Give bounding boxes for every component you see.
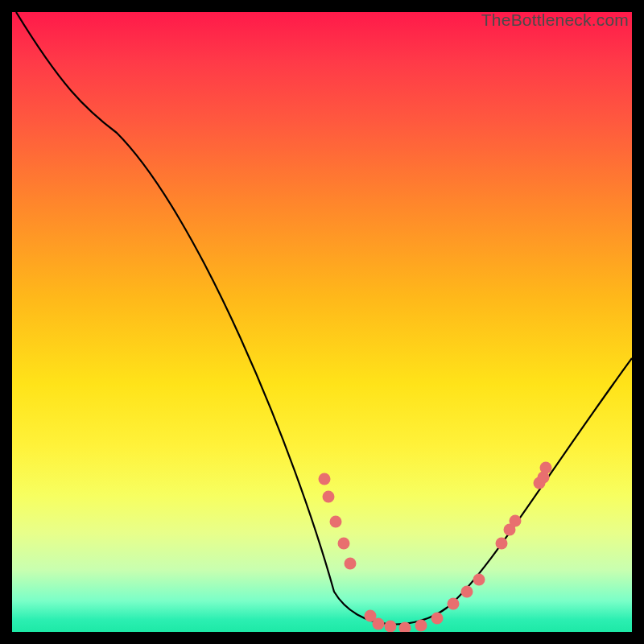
scatter-dot [338, 538, 350, 550]
scatter-points [319, 462, 552, 633]
chart-svg [12, 12, 632, 632]
scatter-dot [496, 538, 508, 550]
scatter-dot [385, 621, 397, 633]
scatter-dot [461, 586, 473, 598]
scatter-dot [473, 574, 485, 586]
scatter-dot [373, 618, 385, 630]
scatter-dot [510, 515, 522, 527]
scatter-dot [540, 462, 552, 474]
scatter-dot [448, 598, 460, 610]
watermark-text: TheBottleneck.com [481, 10, 629, 30]
scatter-dot [323, 491, 335, 503]
scatter-dot [431, 613, 444, 625]
scatter-dot [415, 620, 427, 632]
bottleneck-curve [16, 12, 632, 624]
scatter-dot [319, 473, 331, 485]
scatter-dot [330, 516, 342, 528]
plot-frame: TheBottleneck.com [12, 12, 632, 632]
scatter-dot [345, 558, 357, 570]
